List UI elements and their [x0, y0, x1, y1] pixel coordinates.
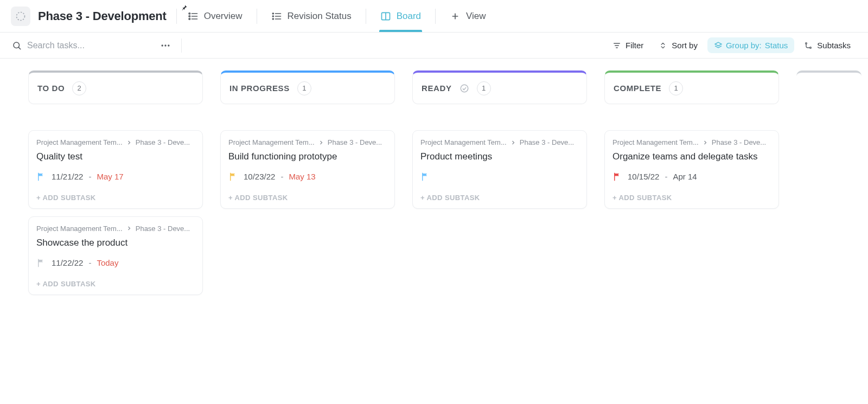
- add-subtask-button[interactable]: + ADD SUBTASK: [420, 194, 579, 202]
- svg-point-0: [17, 12, 25, 20]
- task-title: Quality test: [36, 151, 195, 163]
- breadcrumb: Project Management Tem...Phase 3 - Deve.…: [228, 138, 387, 146]
- date-end[interactable]: Today: [97, 258, 118, 267]
- date-start[interactable]: 11/22/22: [52, 258, 83, 267]
- add-column-placeholder[interactable]: [796, 70, 861, 104]
- chevron-right-icon: [126, 225, 132, 232]
- date-separator: -: [280, 172, 283, 181]
- date-end[interactable]: May 13: [289, 172, 315, 181]
- svg-point-10: [272, 13, 273, 14]
- group-icon: [714, 41, 723, 50]
- group-value: Status: [765, 41, 788, 50]
- column-title: IN PROGRESS: [229, 84, 290, 93]
- column-header[interactable]: TO DO2: [28, 70, 203, 104]
- task-card[interactable]: Project Management Tem...Phase 3 - Deve.…: [220, 130, 395, 209]
- date-separator: -: [665, 172, 667, 181]
- date-separator: -: [88, 172, 91, 181]
- column-count: 1: [477, 81, 491, 95]
- project-status-icon[interactable]: [11, 7, 30, 26]
- date-start[interactable]: 10/15/22: [628, 172, 659, 181]
- breadcrumb: Project Management Tem...Phase 3 - Deve.…: [612, 138, 771, 146]
- plus-icon: [450, 11, 461, 22]
- breadcrumb: Project Management Tem...Phase 3 - Deve.…: [36, 225, 195, 233]
- tab-label: Revision Status: [288, 11, 352, 22]
- task-card[interactable]: Project Management Tem...Phase 3 - Deve.…: [28, 130, 203, 209]
- task-title: Product meetings: [420, 151, 579, 163]
- date-end[interactable]: May 17: [97, 172, 123, 181]
- column-title: READY: [422, 84, 452, 93]
- breadcrumb-phase[interactable]: Phase 3 - Deve...: [136, 225, 190, 233]
- column-title: COMPLETE: [614, 84, 661, 93]
- sort-button[interactable]: Sort by: [653, 37, 703, 53]
- view-tabs: Overview Revision Status Board View: [187, 1, 487, 31]
- list-icon: [188, 11, 199, 22]
- filter-button[interactable]: Filter: [607, 37, 649, 53]
- board-toolbar: Filter Sort by Group by: Status Subtasks: [0, 33, 868, 59]
- divider: [435, 9, 436, 24]
- check-circle-icon: [459, 84, 469, 93]
- svg-point-4: [189, 12, 190, 14]
- flag-icon[interactable]: [36, 258, 46, 268]
- tab-overview[interactable]: Overview: [187, 1, 244, 31]
- flag-icon[interactable]: [36, 172, 46, 182]
- flag-icon[interactable]: [612, 172, 622, 182]
- column-header[interactable]: READY1: [412, 70, 587, 104]
- add-subtask-button[interactable]: + ADD SUBTASK: [612, 194, 771, 202]
- breadcrumb-project[interactable]: Project Management Tem...: [36, 138, 123, 146]
- divider: [257, 9, 257, 24]
- tab-revision-status[interactable]: Revision Status: [270, 1, 353, 31]
- breadcrumb-project[interactable]: Project Management Tem...: [612, 138, 699, 146]
- task-title: Build functioning prototype: [228, 151, 387, 163]
- task-card[interactable]: Project Management Tem...Phase 3 - Deve.…: [412, 130, 587, 209]
- column-count: 1: [297, 81, 311, 95]
- card-list: Project Management Tem...Phase 3 - Deve.…: [412, 130, 587, 209]
- task-meta: 10/23/22 - May 13: [228, 172, 387, 182]
- divider: [366, 9, 366, 24]
- breadcrumb-project[interactable]: Project Management Tem...: [228, 138, 315, 146]
- breadcrumb-phase[interactable]: Phase 3 - Deve...: [712, 138, 766, 146]
- board-column-done: COMPLETE1Project Management Tem...Phase …: [604, 70, 779, 209]
- tab-board[interactable]: Board: [379, 1, 422, 31]
- task-title: Showcase the product: [36, 237, 195, 249]
- svg-point-12: [272, 18, 273, 20]
- group-by-button[interactable]: Group by: Status: [707, 37, 794, 53]
- breadcrumb-project[interactable]: Project Management Tem...: [36, 225, 123, 233]
- card-list: Project Management Tem...Phase 3 - Deve.…: [220, 130, 395, 209]
- breadcrumb-phase[interactable]: Phase 3 - Deve...: [136, 138, 190, 146]
- search-icon: [12, 41, 22, 50]
- add-view-button[interactable]: View: [449, 1, 487, 31]
- task-meta: 11/22/22 - Today: [36, 258, 195, 268]
- card-list: Project Management Tem...Phase 3 - Deve.…: [604, 130, 779, 209]
- subtasks-button[interactable]: Subtasks: [799, 37, 856, 53]
- more-button[interactable]: [157, 37, 174, 54]
- divider: [176, 9, 177, 24]
- breadcrumb-project[interactable]: Project Management Tem...: [420, 138, 507, 146]
- column-header[interactable]: COMPLETE1: [604, 70, 779, 104]
- task-card[interactable]: Project Management Tem...Phase 3 - Deve.…: [28, 216, 203, 295]
- flag-icon[interactable]: [228, 172, 238, 182]
- svg-point-21: [168, 44, 169, 46]
- add-subtask-button[interactable]: + ADD SUBTASK: [228, 194, 387, 202]
- task-card[interactable]: Project Management Tem...Phase 3 - Deve.…: [604, 130, 779, 209]
- breadcrumb-phase[interactable]: Phase 3 - Deve...: [328, 138, 382, 146]
- breadcrumb: Project Management Tem...Phase 3 - Deve.…: [420, 138, 579, 146]
- date-end[interactable]: Apr 14: [673, 172, 697, 181]
- column-header[interactable]: IN PROGRESS1: [220, 70, 395, 104]
- date-start[interactable]: 10/23/22: [244, 172, 275, 181]
- chevron-right-icon: [126, 139, 132, 146]
- flag-icon[interactable]: [420, 172, 430, 182]
- search-input[interactable]: [27, 41, 125, 50]
- board-columns: TO DO2Project Management Tem...Phase 3 -…: [28, 70, 868, 295]
- group-label: Group by:: [726, 41, 762, 50]
- svg-point-19: [162, 44, 163, 46]
- svg-marker-25: [715, 42, 722, 46]
- search-wrap: [12, 41, 153, 50]
- column-count: 2: [72, 81, 86, 95]
- breadcrumb-phase[interactable]: Phase 3 - Deve...: [520, 138, 574, 146]
- add-subtask-button[interactable]: + ADD SUBTASK: [36, 194, 195, 202]
- button-label: Sort by: [672, 41, 698, 50]
- add-subtask-button[interactable]: + ADD SUBTASK: [36, 280, 195, 288]
- task-title: Organize teams and delegate tasks: [612, 151, 771, 163]
- date-start[interactable]: 11/21/22: [52, 172, 83, 181]
- date-separator: -: [88, 258, 91, 267]
